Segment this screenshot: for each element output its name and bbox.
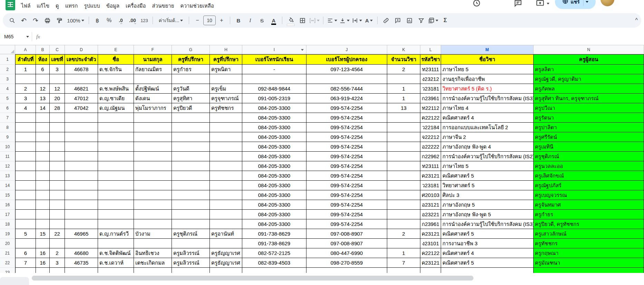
cell-C15[interactable] xyxy=(50,190,65,200)
cell-I1[interactable]: เบอร์โทรนักเรียน xyxy=(242,54,306,65)
cell-N16[interactable]: ครูจันทมาศ xyxy=(534,200,644,210)
cell-M1[interactable]: ชื่อวิชา xyxy=(441,54,534,65)
cell-L21[interactable]: ค22122 xyxy=(420,248,441,258)
cell-M21[interactable]: คณิตศาสตร์ 4 xyxy=(441,248,534,258)
cell-A11[interactable] xyxy=(15,152,36,161)
row-header-7[interactable]: 7 xyxy=(0,113,15,123)
cell-D9[interactable] xyxy=(65,132,98,142)
cell-G14[interactable] xyxy=(172,181,210,190)
cell-I19[interactable]: 091-738-8629 xyxy=(242,229,306,239)
menu-extensions[interactable]: ส่วนขยาย xyxy=(149,0,177,11)
cell-H2[interactable]: ครูพนิดา xyxy=(210,65,242,74)
cell-E4[interactable]: ด.ช.พงษ์พสิน xyxy=(98,84,134,94)
cell-J16[interactable]: 099-574-2254 xyxy=(306,200,387,210)
cell-H20[interactable] xyxy=(210,239,242,248)
cell-E2[interactable]: ด.ช.จักริน xyxy=(98,65,134,74)
cell-E10[interactable] xyxy=(98,142,134,152)
cell-F5[interactable]: ดังเดน xyxy=(134,94,172,103)
cell-H16[interactable] xyxy=(210,200,242,210)
cell-B22[interactable]: 16 xyxy=(36,258,50,268)
row-header-6[interactable]: 6 xyxy=(0,103,15,113)
cell-D7[interactable] xyxy=(65,113,98,123)
sheets-logo-icon[interactable] xyxy=(6,0,15,10)
cell-H4[interactable]: ครูเข็ม xyxy=(210,84,242,94)
cell-J8[interactable]: 099-574-2254 xyxy=(306,123,387,132)
row-header-2[interactable]: 2 xyxy=(0,65,15,74)
cell-N18[interactable]: ครูปียวดี, ครูทัชชกร xyxy=(534,219,644,229)
cell-A19[interactable]: 5 xyxy=(15,229,36,239)
cell-L10[interactable]: อ22222 xyxy=(420,142,441,152)
cell-L19[interactable]: ค23121 xyxy=(420,229,441,239)
cell-D5[interactable]: 47012 xyxy=(65,94,98,103)
cell-C12[interactable] xyxy=(50,161,65,171)
cell-F14[interactable] xyxy=(134,181,172,190)
cell-H1[interactable]: ครูที่ปรึกษา xyxy=(210,54,242,65)
cell-N12[interactable]: ครูนวลละออ xyxy=(534,161,644,171)
cell-L14[interactable]: ว23181 xyxy=(420,181,441,190)
column-header-F[interactable]: F xyxy=(134,45,172,54)
row-header-17[interactable]: 17 xyxy=(0,210,15,219)
cell-J2[interactable]: 097-123-4564 xyxy=(306,65,387,74)
cell-G1[interactable]: ครูที่ปรึกษา xyxy=(172,54,210,65)
cell-A4[interactable]: 2 xyxy=(15,84,36,94)
insert-chart-button[interactable] xyxy=(403,16,415,25)
cell-M5[interactable]: การนำองค์ความรู้ไปใช้บริการสังคม (IS3) xyxy=(441,94,534,103)
cell-E13[interactable] xyxy=(98,171,134,181)
cell-A17[interactable] xyxy=(15,210,36,219)
cell-M3[interactable]: งานธุรกิจเพื่ออาชีพ xyxy=(441,74,534,84)
cell-L5[interactable]: ก23961 xyxy=(420,94,441,103)
cell-B1[interactable]: ห้อง xyxy=(36,54,50,65)
cell-C1[interactable]: เลขที่ xyxy=(50,54,65,65)
cell-H3[interactable] xyxy=(210,74,242,84)
cell-H21[interactable]: ครูธัญญาเรศ xyxy=(210,248,242,258)
cell-F10[interactable] xyxy=(134,142,172,152)
cell-M11[interactable]: การนำองค์ความรู้ไปใช้บริการสังคม (IS2) xyxy=(441,152,534,161)
cell-H19[interactable]: ครูอานันท์ xyxy=(210,229,242,239)
cell-J11[interactable]: 099-574-2254 xyxy=(306,152,387,161)
row-header-22[interactable]: 22 xyxy=(0,258,15,268)
fill-color-button[interactable] xyxy=(285,16,296,25)
cell-D6[interactable]: 47042 xyxy=(65,103,98,113)
cell-D4[interactable]: 46821 xyxy=(65,84,98,94)
cell-B17[interactable] xyxy=(36,210,50,219)
vertical-align-button[interactable] xyxy=(338,16,351,25)
insert-comment-button[interactable] xyxy=(392,16,403,25)
cell-B2[interactable]: 6 xyxy=(36,65,50,74)
row-header-19[interactable]: 19 xyxy=(0,229,15,239)
cell-N14[interactable]: ครูณัฐปภัสร์ xyxy=(534,181,644,190)
cell-C9[interactable] xyxy=(50,132,65,142)
cell-M17[interactable]: ภาษาอังกฤษ ฟัง-พูด 5 xyxy=(441,210,534,219)
cell-J12[interactable]: 099-574-2254 xyxy=(306,161,387,171)
column-header-L[interactable]: L xyxy=(420,45,441,54)
cell-I15[interactable]: 084-205-3300 xyxy=(242,190,306,200)
cell-K1[interactable]: จำนวนวิชา xyxy=(387,54,420,65)
cell-H12[interactable] xyxy=(210,161,242,171)
cell-E21[interactable]: ด.ช.จิตติพัฒน์ xyxy=(98,248,134,258)
cell-I16[interactable]: 084-205-3300 xyxy=(242,200,306,210)
cell-N11[interactable]: ครูชุติภรณ์ xyxy=(534,152,644,161)
cell-K20[interactable] xyxy=(387,239,420,248)
cell-G6[interactable]: ครูปียวดี xyxy=(172,103,210,113)
cell-G20[interactable] xyxy=(172,239,210,248)
name-box[interactable]: M65 xyxy=(4,34,29,39)
cell-A14[interactable] xyxy=(15,181,36,190)
cell-A1[interactable]: ลำดับที่ xyxy=(15,54,36,65)
bold-button[interactable]: B xyxy=(233,16,244,25)
cell-K10[interactable] xyxy=(387,142,420,152)
cell-M12[interactable]: ภาษาไทย 5 xyxy=(441,161,534,171)
cell-D14[interactable] xyxy=(65,181,98,190)
cell-K8[interactable] xyxy=(387,123,420,132)
cell-F11[interactable] xyxy=(134,152,172,161)
cell-C10[interactable] xyxy=(50,142,65,152)
cell-H8[interactable] xyxy=(210,123,242,132)
cell-B21[interactable]: 16 xyxy=(36,248,50,258)
cell-E9[interactable] xyxy=(98,132,134,142)
decrease-decimals-button[interactable]: .0← xyxy=(115,16,127,25)
cell-I22[interactable]: 082-839-4503 xyxy=(242,258,306,268)
cell-I4[interactable]: 092-848-9844 xyxy=(242,84,306,94)
row-header-11[interactable]: 11 xyxy=(0,152,15,161)
cell-G9[interactable] xyxy=(172,132,210,142)
cell-G10[interactable] xyxy=(172,142,210,152)
cell-N23[interactable] xyxy=(534,268,644,273)
cell-N15[interactable]: ครูเบญจวรรณ xyxy=(534,190,644,200)
